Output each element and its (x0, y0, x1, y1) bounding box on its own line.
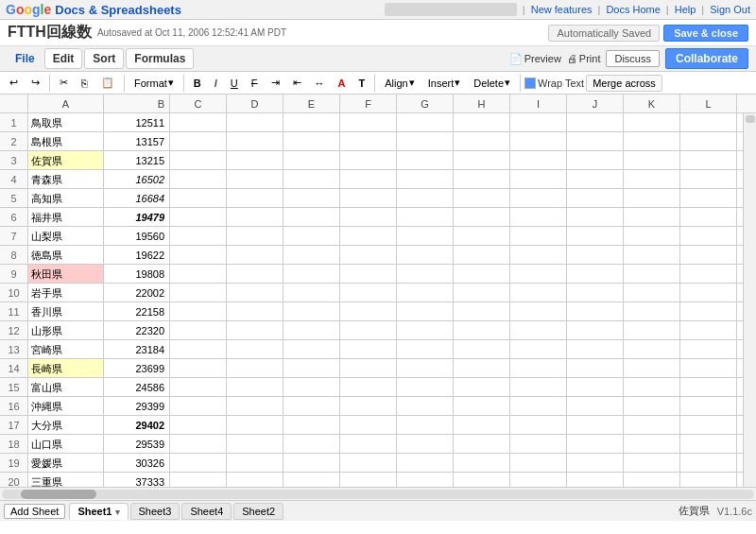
h-scroll-thumb[interactable] (21, 490, 96, 499)
cell-j[interactable] (567, 454, 624, 473)
cell-h[interactable] (454, 113, 510, 132)
cell-l[interactable] (680, 435, 737, 454)
cell-b[interactable]: 30326 (104, 454, 170, 473)
cell-b[interactable]: 24586 (104, 378, 170, 397)
cell-f[interactable] (340, 435, 397, 454)
cell-a[interactable]: 秋田県 (28, 265, 104, 284)
cell-l[interactable] (680, 321, 737, 340)
cell-e[interactable] (284, 151, 340, 170)
cell-g[interactable] (397, 113, 454, 132)
table-row[interactable]: 16 沖縄県 29399 (0, 397, 743, 416)
cell-l[interactable] (680, 246, 737, 265)
cell-c[interactable] (170, 416, 227, 435)
cell-e[interactable] (284, 378, 340, 397)
cell-a[interactable]: 岩手県 (28, 284, 104, 302)
cell-a[interactable]: 沖縄県 (28, 397, 104, 416)
table-row[interactable]: 11 香川県 22158 (0, 302, 743, 321)
cell-g[interactable] (397, 416, 454, 435)
outdent-button[interactable]: ⇤ (287, 74, 307, 92)
cell-c[interactable] (170, 302, 227, 321)
cell-d[interactable] (227, 132, 284, 151)
col-header-c[interactable]: C (170, 95, 227, 113)
cell-j[interactable] (567, 321, 624, 340)
cell-k[interactable] (624, 359, 680, 378)
cell-h[interactable] (454, 454, 510, 473)
col-header-g[interactable]: G (397, 95, 454, 113)
auto-saved-button[interactable]: Automatically Saved (548, 25, 660, 42)
cell-d[interactable] (227, 435, 284, 454)
cell-d[interactable] (227, 189, 284, 208)
cell-d[interactable] (227, 151, 284, 170)
cell-f[interactable] (340, 170, 397, 189)
cell-a[interactable]: 山形県 (28, 321, 104, 340)
menu-sort[interactable]: Sort (84, 48, 124, 69)
cell-b[interactable]: 37333 (104, 473, 170, 487)
cell-j[interactable] (567, 435, 624, 454)
cell-k[interactable] (624, 454, 680, 473)
cell-a[interactable]: 鳥取県 (28, 113, 104, 132)
cell-d[interactable] (227, 454, 284, 473)
cell-g[interactable] (397, 359, 454, 378)
cell-a[interactable]: 徳島県 (28, 246, 104, 265)
cell-a[interactable]: 富山県 (28, 378, 104, 397)
cell-b[interactable]: 22158 (104, 302, 170, 321)
cell-c[interactable] (170, 359, 227, 378)
sheet-tab[interactable]: Sheet4 (181, 503, 232, 520)
cell-i[interactable] (510, 340, 567, 359)
cell-l[interactable] (680, 454, 737, 473)
cell-h[interactable] (454, 435, 510, 454)
help-link[interactable]: Help (675, 4, 696, 15)
cell-a[interactable]: 宮崎県 (28, 340, 104, 359)
table-row[interactable]: 20 三重県 37333 (0, 473, 743, 487)
cell-l[interactable] (680, 397, 737, 416)
cell-g[interactable] (397, 132, 454, 151)
table-row[interactable]: 1 鳥取県 12511 (0, 113, 743, 132)
cell-c[interactable] (170, 473, 227, 487)
cell-e[interactable] (284, 284, 340, 302)
cell-c[interactable] (170, 284, 227, 302)
table-row[interactable]: 13 宮崎県 23184 (0, 340, 743, 359)
cell-i[interactable] (510, 132, 567, 151)
cell-b[interactable]: 19560 (104, 227, 170, 246)
cell-b[interactable]: 23184 (104, 340, 170, 359)
menu-file[interactable]: File (8, 49, 43, 68)
wrap-text-checkbox[interactable] (524, 78, 536, 89)
cell-b[interactable]: 13157 (104, 132, 170, 151)
cell-b[interactable]: 19622 (104, 246, 170, 265)
col-header-f[interactable]: F (340, 95, 397, 113)
cell-d[interactable] (227, 340, 284, 359)
cell-a[interactable]: 福井県 (28, 208, 104, 227)
table-row[interactable]: 9 秋田県 19808 (0, 265, 743, 284)
cell-g[interactable] (397, 189, 454, 208)
cell-j[interactable] (567, 246, 624, 265)
cell-h[interactable] (454, 189, 510, 208)
cell-d[interactable] (227, 246, 284, 265)
cell-g[interactable] (397, 227, 454, 246)
cell-c[interactable] (170, 113, 227, 132)
col-header-j[interactable]: J (567, 95, 624, 113)
cell-c[interactable] (170, 132, 227, 151)
cell-k[interactable] (624, 435, 680, 454)
cell-g[interactable] (397, 340, 454, 359)
strikethrough-button[interactable]: F (246, 75, 264, 92)
table-row[interactable]: 5 高知県 16684 (0, 189, 743, 208)
cell-d[interactable] (227, 265, 284, 284)
cell-b[interactable]: 29539 (104, 435, 170, 454)
cell-i[interactable] (510, 265, 567, 284)
cell-d[interactable] (227, 284, 284, 302)
cell-k[interactable] (624, 340, 680, 359)
delete-dropdown[interactable]: Delete ▾ (468, 74, 516, 92)
cell-k[interactable] (624, 170, 680, 189)
cell-j[interactable] (567, 284, 624, 302)
cell-e[interactable] (284, 132, 340, 151)
insert-dropdown[interactable]: Insert ▾ (422, 74, 467, 92)
cell-i[interactable] (510, 246, 567, 265)
cell-h[interactable] (454, 208, 510, 227)
cell-l[interactable] (680, 302, 737, 321)
cell-g[interactable] (397, 302, 454, 321)
cell-i[interactable] (510, 397, 567, 416)
cell-k[interactable] (624, 132, 680, 151)
cell-f[interactable] (340, 454, 397, 473)
h-scroll-track[interactable] (2, 490, 754, 499)
cell-c[interactable] (170, 246, 227, 265)
